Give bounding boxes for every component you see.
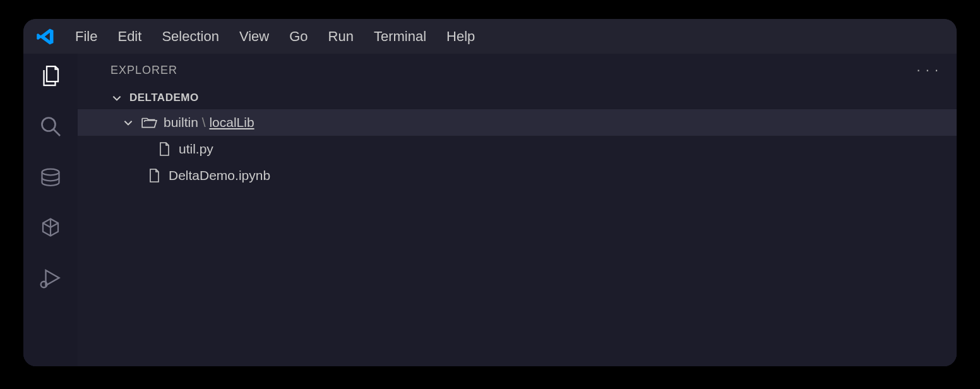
file-label: util.py <box>179 141 213 157</box>
menu-help[interactable]: Help <box>446 28 475 45</box>
chevron-down-icon <box>122 116 134 129</box>
body-area: EXPLORER · · · DELTADEMO <box>23 54 957 366</box>
file-icon <box>146 167 162 184</box>
tree-file[interactable]: DeltaDemo.ipynb <box>78 162 957 189</box>
project-name: DELTADEMO <box>129 92 199 104</box>
menu-terminal[interactable]: Terminal <box>374 28 426 45</box>
search-icon[interactable] <box>37 113 64 140</box>
explorer-title: EXPLORER <box>111 64 177 77</box>
project-header[interactable]: DELTADEMO <box>78 87 957 109</box>
folder-label: builtin \ localLib <box>164 115 254 130</box>
folder-path-prefix: builtin <box>164 115 198 129</box>
menu-edit[interactable]: Edit <box>117 28 141 45</box>
folder-name: localLib <box>209 115 254 129</box>
folder-open-icon <box>141 114 157 131</box>
path-separator: \ <box>198 115 210 129</box>
tree-file[interactable]: util.py <box>78 136 957 162</box>
file-icon <box>156 141 172 157</box>
menu-file[interactable]: File <box>75 28 97 45</box>
explorer-icon[interactable] <box>37 63 64 89</box>
menu-selection[interactable]: Selection <box>162 28 219 45</box>
titlebar: File Edit Selection View Go Run Terminal… <box>23 19 957 54</box>
more-actions-icon[interactable]: · · · <box>916 62 939 78</box>
explorer-panel: EXPLORER · · · DELTADEMO <box>78 54 957 366</box>
vscode-logo-icon <box>36 27 55 46</box>
svg-point-2 <box>42 169 59 176</box>
menu-run[interactable]: Run <box>328 28 354 45</box>
chevron-down-icon <box>111 92 123 104</box>
tree-folder[interactable]: builtin \ localLib <box>78 109 957 136</box>
file-label: DeltaDemo.ipynb <box>169 168 270 183</box>
file-tree: builtin \ localLib util.py <box>78 109 957 189</box>
menu-view[interactable]: View <box>239 28 269 45</box>
menu-go[interactable]: Go <box>289 28 308 45</box>
svg-point-0 <box>42 118 56 131</box>
menubar: File Edit Selection View Go Run Terminal… <box>75 28 475 45</box>
svg-line-1 <box>54 129 61 136</box>
run-debug-icon[interactable] <box>37 265 64 291</box>
source-control-icon[interactable] <box>37 164 64 190</box>
activity-bar <box>23 54 78 366</box>
extensions-icon[interactable] <box>37 214 64 241</box>
explorer-header: EXPLORER · · · <box>78 54 957 87</box>
app-window: File Edit Selection View Go Run Terminal… <box>23 19 957 366</box>
